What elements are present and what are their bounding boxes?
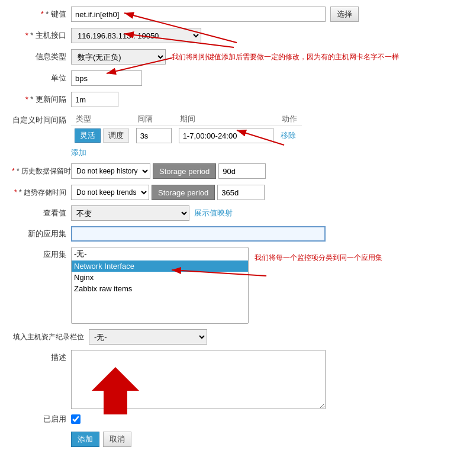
- key-select-button[interactable]: 选择: [330, 7, 359, 22]
- app-option-network[interactable]: Network Interface: [72, 260, 248, 272]
- cancel-button[interactable]: 取消: [103, 432, 131, 447]
- app-option-nginx[interactable]: Nginx: [72, 272, 248, 283]
- col-interval: 间隔: [133, 112, 175, 126]
- update-interval-label: * 更新间隔: [12, 94, 71, 105]
- enabled-checkbox[interactable]: [71, 414, 81, 424]
- app-option-zabbix[interactable]: Zabbix raw items: [72, 283, 248, 294]
- key-input[interactable]: [71, 7, 326, 22]
- period-input[interactable]: [179, 128, 273, 143]
- col-period: 期间: [175, 112, 277, 126]
- trends-no-keep-select[interactable]: Do not keep trends: [71, 185, 149, 200]
- host-interface-select[interactable]: 116.196.83.113 : 10050: [71, 28, 201, 43]
- add-custom-time-link[interactable]: 添加: [71, 148, 86, 157]
- history-storage-period-button[interactable]: Storage period: [153, 163, 216, 179]
- trends-storage-period-button[interactable]: Storage period: [152, 185, 215, 200]
- host-interface-label: * 主机接口: [12, 30, 71, 41]
- host-asset-select[interactable]: -无-: [89, 329, 207, 345]
- trends-storage-input[interactable]: [217, 185, 265, 200]
- desc-label: 描述: [12, 350, 71, 363]
- new-app-input[interactable]: [71, 226, 326, 242]
- new-app-label: 新的应用集: [12, 229, 71, 239]
- unit-label: 单位: [12, 73, 71, 83]
- app-set-listbox[interactable]: -无- Network Interface Nginx Zabbix raw i…: [71, 247, 249, 324]
- custom-time-row: 灵活 调度 移除: [71, 126, 302, 146]
- history-label: * 历史数据保留时长: [12, 166, 71, 176]
- key-label: * 键值: [12, 9, 71, 20]
- update-interval-input[interactable]: [71, 92, 118, 107]
- trends-label: * 趋势存储时间: [12, 188, 71, 198]
- value-map-link[interactable]: 展示值映射: [194, 208, 233, 218]
- app-annotation: 我们将每一个监控项分类到同一个应用集: [255, 253, 382, 263]
- app-option-none[interactable]: -无-: [72, 247, 248, 260]
- custom-time-label: 自定义时间间隔: [12, 112, 71, 126]
- type-scheduled-tag[interactable]: 调度: [103, 128, 129, 143]
- unit-input[interactable]: [71, 70, 142, 86]
- desc-textarea[interactable]: [71, 350, 326, 409]
- app-set-label: 应用集: [12, 247, 71, 260]
- type-flexible-tag[interactable]: 灵活: [75, 128, 101, 143]
- add-button[interactable]: 添加: [71, 432, 99, 447]
- col-type: 类型: [71, 112, 133, 126]
- host-asset-label: 填入主机资产纪录栏位: [12, 332, 89, 342]
- value-map-label: 查看值: [12, 208, 71, 218]
- value-map-select[interactable]: 不变: [71, 205, 189, 221]
- enabled-label: 已启用: [12, 414, 71, 424]
- remove-link[interactable]: 移除: [281, 131, 296, 140]
- interval-input[interactable]: [136, 128, 172, 143]
- col-action: 动作: [277, 112, 302, 126]
- key-annotation: 我们将刚刚键值添加后需要做一定的修改，因为有的主机网卡名字不一样: [172, 52, 399, 62]
- info-type-label: 信息类型: [12, 52, 71, 62]
- history-storage-input[interactable]: [218, 163, 266, 179]
- info-type-select[interactable]: 数字(无正负): [71, 49, 166, 65]
- history-no-keep-select[interactable]: Do not keep history: [71, 163, 150, 179]
